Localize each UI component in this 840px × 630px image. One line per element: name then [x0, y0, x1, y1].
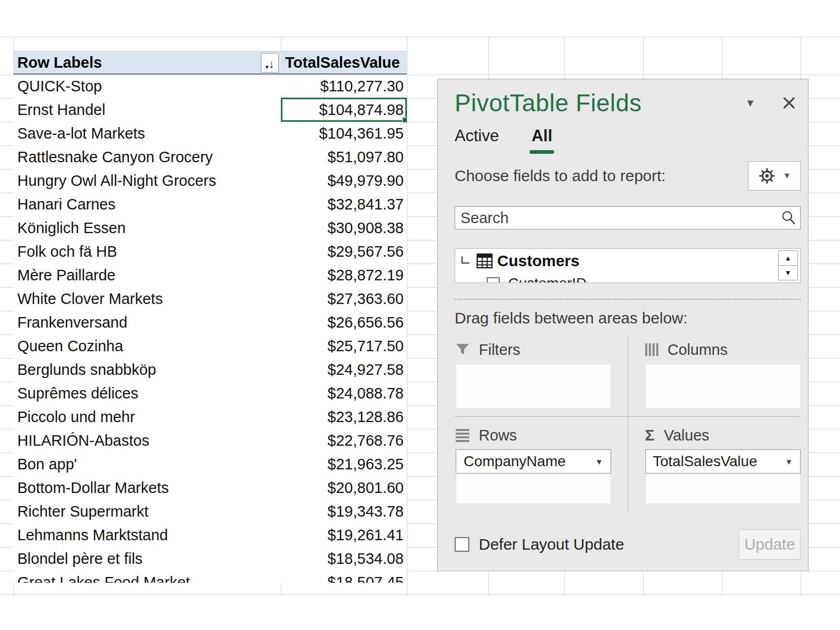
pivot-row-value-cell[interactable]: $18,507.45 — [281, 574, 407, 583]
pivot-rows: QUICK-Stop $110,277.30 Ernst Handel $104… — [13, 75, 407, 583]
pivot-row-value-cell[interactable]: $20,801.60 — [281, 479, 407, 497]
pivot-row-value-cell[interactable]: $110,277.30 — [281, 78, 407, 95]
fields-search-input[interactable] — [455, 206, 801, 229]
scroll-down-button[interactable]: ▼ — [778, 265, 798, 280]
sigma-icon: Σ — [645, 426, 655, 444]
pill-label: CompanyName — [464, 453, 566, 470]
pivot-row-label-cell[interactable]: Frankenversand — [13, 314, 281, 331]
panel-separator — [455, 299, 801, 300]
pivot-row-label-cell[interactable]: Blondel père et fils — [13, 550, 281, 568]
pivot-row-label-cell[interactable]: Piccolo und mehr — [13, 408, 281, 426]
pivot-row-value-cell[interactable]: $104,361.95 — [281, 125, 407, 142]
rows-field-pill-companyname[interactable]: CompanyName ▼ — [456, 449, 611, 474]
tools-gear-button[interactable]: ▼ — [748, 161, 801, 191]
columns-area-label: Columns — [668, 341, 728, 359]
filters-area: Filters — [455, 337, 628, 416]
scroll-up-button[interactable]: ▲ — [778, 250, 798, 266]
field-list-scrollbar: ▲ ▼ — [778, 250, 798, 280]
table-icon — [476, 253, 493, 269]
pivot-row-value-cell[interactable]: $19,261.41 — [281, 527, 407, 544]
pivot-row: Bon app' $21,963.25 — [13, 453, 407, 476]
defer-layout-update-checkbox[interactable] — [455, 537, 469, 552]
pivot-row-value-cell[interactable]: $23,128.86 — [281, 408, 407, 426]
pivot-row-label-cell[interactable]: Folk och fä HB — [13, 243, 281, 260]
pivot-row-label-cell[interactable]: Queen Cozinha — [13, 338, 281, 355]
pivot-row-value-cell[interactable]: $21,963.25 — [281, 456, 407, 473]
pivot-row-value-cell[interactable]: $18,534.08 — [281, 550, 407, 568]
pivot-row-label-cell[interactable]: Great Lakes Food Market — [13, 574, 281, 583]
pivot-row-value-cell[interactable]: $32,841.37 — [281, 196, 407, 213]
pivot-row: Blondel père et fils $18,534.08 — [13, 547, 407, 571]
pivot-row-label-cell[interactable]: White Clover Markets — [13, 290, 281, 308]
pivot-row: Lehmanns Marktstand $19,261.41 — [13, 523, 407, 547]
total-sales-header-text: TotalSalesValue — [285, 54, 400, 71]
columns-drop-zone[interactable] — [645, 364, 801, 409]
pivot-row-label-cell[interactable]: Save-a-lot Markets — [13, 125, 281, 142]
rows-area: Rows CompanyName ▼ — [455, 416, 628, 511]
pivot-row: Mère Paillarde $28,872.19 — [13, 264, 407, 287]
pivot-row-label-cell[interactable]: Hungry Owl All-Night Grocers — [13, 172, 281, 190]
values-drop-zone[interactable]: TotalSalesValue ▼ — [645, 449, 801, 504]
pivot-row-value-cell[interactable]: $51,097.80 — [281, 149, 407, 166]
pivot-row: Königlich Essen $30,908.38 — [13, 216, 407, 240]
pivot-row: QUICK-Stop $110,277.30 — [13, 75, 407, 98]
pivot-row-value-cell[interactable]: $49,979.90 — [281, 172, 407, 190]
pivot-row-label-cell[interactable]: Ernst Handel — [13, 101, 281, 119]
pivot-row-label-cell[interactable]: HILARIÓN-Abastos — [13, 432, 281, 449]
pivot-row-value-cell[interactable]: $25,717.50 — [281, 338, 407, 355]
row-labels-header-cell[interactable]: Row Labels ▾ ↓ — [13, 51, 281, 74]
pivot-row: Richter Supermarkt $19,343.78 — [13, 500, 407, 523]
panel-options-caret-button[interactable]: ▼ — [742, 94, 759, 112]
rows-drop-zone[interactable]: CompanyName ▼ — [456, 449, 611, 504]
pivot-row-label-cell[interactable]: Richter Supermarkt — [13, 503, 281, 520]
pivot-table: Row Labels ▾ ↓ TotalSalesValue QUICK-Sto… — [13, 51, 407, 583]
tab-all[interactable]: All — [531, 127, 552, 145]
drop-areas: Filters Columns Rows CompanyName ▼ — [455, 337, 801, 511]
pill-label: TotalSalesValue — [653, 453, 758, 470]
field-list-item-customerid[interactable]: CustomerID — [455, 273, 800, 283]
pivot-row-value-cell[interactable]: $24,927.58 — [281, 361, 407, 379]
panel-title: PivotTable Fields — [455, 89, 642, 117]
filters-drop-zone[interactable] — [456, 364, 611, 409]
pivot-row-label-cell[interactable]: Berglunds snabbköp — [13, 361, 281, 379]
update-button[interactable]: Update — [739, 529, 801, 560]
collapse-icon — [461, 256, 469, 264]
pivot-row-label-cell[interactable]: Bottom-Dollar Markets — [13, 479, 281, 497]
pivot-row-label-cell[interactable]: Bon app' — [13, 456, 281, 473]
field-list-table-customers[interactable]: Customers — [455, 249, 800, 273]
pivot-row: Rattlesnake Canyon Grocery $51,097.80 — [13, 145, 407, 169]
pivot-row-label-cell[interactable]: Mère Paillarde — [13, 267, 281, 284]
fill-handle[interactable] — [402, 117, 407, 123]
pivot-row-value-cell[interactable]: $22,768.76 — [281, 432, 407, 449]
pivot-row-value-cell[interactable]: $26,656.56 — [281, 314, 407, 331]
pivot-row-label-cell[interactable]: QUICK-Stop — [13, 78, 281, 95]
choose-fields-label: Choose fields to add to report: — [455, 167, 748, 185]
pivot-row-value-cell[interactable]: $28,872.19 — [281, 267, 407, 284]
pivot-row-label-cell[interactable]: Königlich Essen — [13, 219, 281, 237]
pivot-row-label-cell[interactable]: Rattlesnake Canyon Grocery — [13, 149, 281, 166]
tab-active[interactable]: Active — [455, 127, 499, 145]
pivot-row-label-cell[interactable]: Lehmanns Marktstand — [13, 527, 281, 544]
close-icon — [782, 96, 796, 110]
pivot-row-value-cell[interactable]: $19,343.78 — [281, 503, 407, 520]
rows-area-label: Rows — [479, 427, 517, 444]
pivot-row: Bottom-Dollar Markets $20,801.60 — [13, 476, 407, 500]
values-area-label: Values — [664, 427, 710, 444]
pivot-row-value-cell[interactable]: $104,874.98 — [281, 101, 407, 119]
gear-icon — [758, 166, 776, 185]
total-sales-header-cell[interactable]: TotalSalesValue — [281, 51, 407, 74]
pivot-row-value-cell[interactable]: $24,088.78 — [281, 385, 407, 402]
pivot-row-value-cell[interactable]: $27,363.60 — [281, 290, 407, 308]
values-field-pill-totalsalesvalue[interactable]: TotalSalesValue ▼ — [645, 449, 801, 474]
pivottable-fields-panel: PivotTable Fields ▼ Active All Choose fi… — [437, 79, 808, 571]
scroll-down-icon: ▼ — [785, 269, 792, 277]
pivot-row: Frankenversand $26,656.56 — [13, 311, 407, 334]
pivot-row-value-cell[interactable]: $30,908.38 — [281, 219, 407, 237]
search-icon — [781, 210, 796, 228]
row-labels-filter-sort-button[interactable]: ▾ ↓ — [261, 53, 279, 72]
pivot-row-label-cell[interactable]: Suprêmes délices — [13, 385, 281, 402]
panel-close-button[interactable] — [782, 96, 796, 110]
pivot-row-value-cell[interactable]: $29,567.56 — [281, 243, 407, 260]
pivot-row-label-cell[interactable]: Hanari Carnes — [13, 196, 281, 213]
field-checkbox[interactable] — [487, 277, 500, 284]
